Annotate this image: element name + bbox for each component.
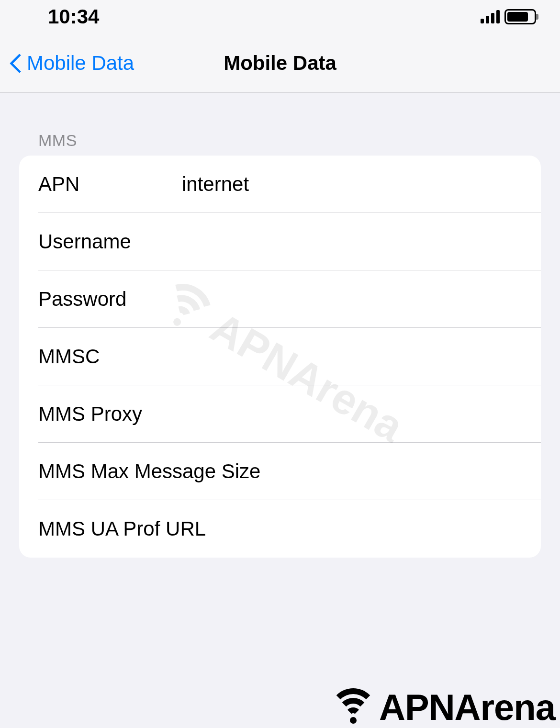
status-time: 10:34 [48, 5, 99, 28]
cellular-signal-icon [481, 10, 500, 23]
navigation-bar: Mobile Data Mobile Data [0, 34, 560, 93]
input-apn[interactable] [182, 173, 541, 196]
page-title: Mobile Data [224, 52, 336, 75]
settings-group-mms: APN Username Password MMSC MMS Proxy MMS… [19, 156, 541, 558]
wifi-icon [329, 688, 377, 727]
input-mms-proxy[interactable] [182, 403, 541, 426]
row-mms-max-size[interactable]: MMS Max Message Size [19, 443, 541, 500]
label-mms-ua-prof: MMS UA Prof URL [38, 517, 288, 540]
input-username[interactable] [182, 230, 541, 253]
label-mmsc: MMSC [38, 345, 182, 368]
row-mmsc[interactable]: MMSC [19, 328, 541, 385]
row-mms-proxy[interactable]: MMS Proxy [19, 385, 541, 443]
row-mms-ua-prof[interactable]: MMS UA Prof URL [19, 500, 541, 558]
label-mms-proxy: MMS Proxy [38, 403, 182, 426]
row-password[interactable]: Password [19, 270, 541, 328]
battery-icon [504, 9, 536, 24]
input-mms-max-size[interactable] [288, 460, 541, 483]
status-indicators [481, 9, 536, 24]
chevron-left-icon [10, 53, 23, 74]
input-mmsc[interactable] [182, 345, 541, 368]
label-mms-max-size: MMS Max Message Size [38, 460, 288, 483]
row-apn[interactable]: APN [19, 156, 541, 213]
input-mms-ua-prof[interactable] [288, 517, 541, 540]
row-username[interactable]: Username [19, 213, 541, 270]
status-bar: 10:34 [0, 0, 560, 34]
input-password[interactable] [182, 288, 541, 311]
back-button[interactable]: Mobile Data [0, 52, 134, 75]
label-apn: APN [38, 173, 182, 196]
section-header-mms: MMS [19, 131, 541, 156]
label-password: Password [38, 288, 182, 311]
brand-footer-text: APNArena [379, 686, 555, 728]
back-label: Mobile Data [27, 52, 134, 75]
label-username: Username [38, 230, 182, 253]
content-area: MMS APN Username Password MMSC MMS Proxy… [0, 93, 560, 558]
brand-footer: APNArena [329, 686, 555, 728]
